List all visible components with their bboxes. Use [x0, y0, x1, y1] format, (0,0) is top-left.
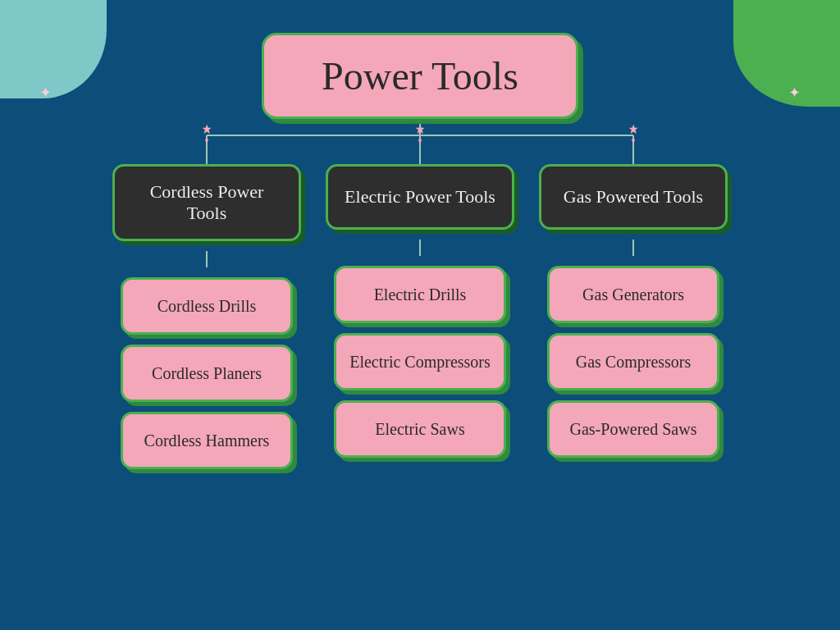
- category-col-electric: Electric Power ToolsElectric DrillsElect…: [326, 164, 514, 469]
- sparkle-top-left: ✦: [39, 84, 52, 102]
- child-node-gas-0: Gas Generators: [547, 266, 719, 323]
- line-cat-children-electric: [419, 240, 421, 256]
- category-col-cordless: Cordless Power ToolsCordless DrillsCordl…: [112, 164, 301, 469]
- categories-row: Cordless Power ToolsCordless DrillsCordl…: [112, 164, 728, 469]
- child-node-electric-2: Electric Saws: [334, 400, 506, 458]
- children-col-cordless: Cordless DrillsCordless PlanersCordless …: [121, 251, 293, 469]
- cat-node-gas: Gas Powered Tools: [539, 164, 728, 230]
- svg-marker-7: [629, 125, 638, 134]
- child-node-electric-1: Electric Compressors: [334, 333, 506, 390]
- cat-node-cordless: Cordless Power Tools: [112, 164, 301, 241]
- cat-node-electric: Electric Power Tools: [326, 164, 514, 230]
- child-node-cordless-1: Cordless Planers: [121, 345, 293, 402]
- child-node-gas-1: Gas Compressors: [547, 333, 719, 390]
- svg-marker-5: [203, 125, 212, 134]
- children-col-electric: Electric DrillsElectric CompressorsElect…: [334, 240, 506, 458]
- connector-lines-area: [112, 119, 728, 164]
- category-col-gas: Gas Powered ToolsGas GeneratorsGas Compr…: [539, 164, 728, 469]
- root-node: Power Tools: [262, 33, 578, 119]
- root-node-wrapper: Power Tools: [262, 33, 578, 119]
- children-col-gas: Gas GeneratorsGas CompressorsGas-Powered…: [547, 240, 719, 458]
- child-node-cordless-0: Cordless Drills: [121, 277, 293, 335]
- child-node-electric-0: Electric Drills: [334, 266, 506, 323]
- root-label: Power Tools: [322, 54, 518, 98]
- line-cat-children-cordless: [206, 251, 208, 267]
- child-node-gas-2: Gas-Powered Saws: [547, 400, 719, 458]
- diagram: Power Tools: [0, 0, 840, 469]
- child-node-cordless-2: Cordless Hammers: [121, 412, 293, 469]
- top-section: Power Tools: [112, 33, 728, 164]
- sparkle-top-right: ✦: [788, 84, 801, 102]
- line-cat-children-gas: [632, 240, 634, 256]
- connector-svg: [112, 119, 728, 164]
